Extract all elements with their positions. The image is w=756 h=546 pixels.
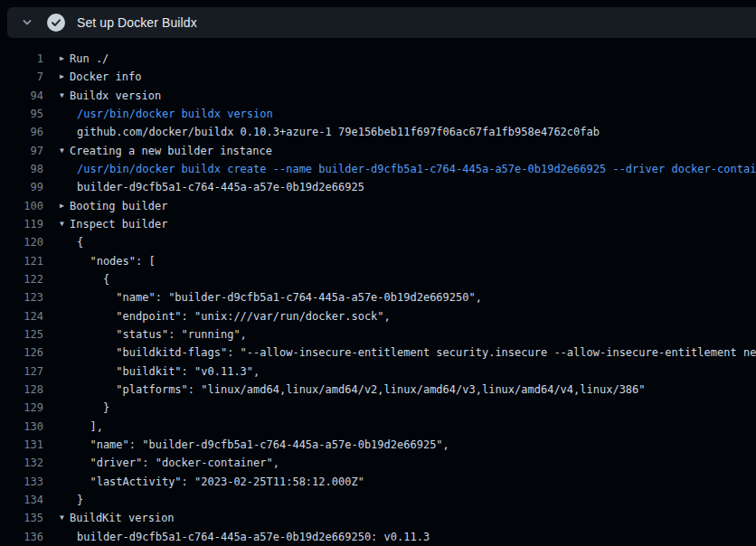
triangle-down-icon: ▼ (60, 92, 70, 99)
log-line: 134} (0, 491, 756, 509)
line-number[interactable]: 97 (0, 145, 43, 157)
group-title: Docker info (70, 71, 141, 83)
log-line: 130 ], (0, 418, 756, 436)
triangle-down-icon: ▼ (60, 147, 70, 155)
output-text: ], (77, 420, 103, 433)
line-number[interactable]: 7 (0, 71, 43, 83)
log-line: 132 "driver": "docker-container", (0, 454, 756, 472)
log-line: 98/usr/bin/docker buildx create --name b… (0, 160, 756, 178)
log-group-header[interactable]: 119▼Inspect builder (0, 215, 756, 233)
output-text: } (77, 494, 83, 506)
line-number[interactable]: 96 (0, 126, 43, 138)
output-text: builder-d9cfb5a1-c764-445a-a57e-0b19d2e6… (77, 181, 364, 193)
group-title: BuildKit version (70, 512, 175, 524)
output-text: "endpoint": "unix:///var/run/docker.sock… (77, 310, 391, 323)
log-group-header[interactable]: 100▶Booting builder (0, 197, 756, 215)
line-number[interactable]: 94 (0, 89, 43, 102)
log-line: 121 "nodes": [ (0, 252, 756, 270)
output-text: "platforms": "linux/amd64,linux/amd64/v2… (77, 383, 646, 396)
line-number[interactable]: 131 (0, 438, 43, 451)
output-text: builder-d9cfb5a1-c764-445a-a57e-0b19d2e6… (77, 531, 430, 543)
line-number[interactable]: 125 (0, 328, 43, 341)
line-number[interactable]: 122 (0, 273, 43, 286)
log-container: 1▶Run ./7▶Docker info94▼Buildx version95… (0, 38, 756, 546)
output-text: "name": "builder-d9cfb5a1-c764-445a-a57e… (77, 291, 482, 304)
output-text: "buildkit": "v0.11.3", (77, 365, 260, 378)
line-number[interactable]: 120 (0, 236, 43, 249)
output-text: "buildkitd-flags": "--allow-insecure-ent… (77, 346, 756, 359)
log-line: 120{ (0, 233, 756, 251)
log-line: 122 { (0, 270, 756, 288)
line-number[interactable]: 133 (0, 475, 43, 488)
line-number[interactable]: 98 (0, 163, 43, 175)
triangle-right-icon: ▶ (60, 55, 70, 62)
line-number[interactable]: 124 (0, 310, 43, 323)
log-group-header[interactable]: 1▶Run ./ (0, 50, 756, 68)
line-number[interactable]: 135 (0, 512, 43, 524)
triangle-down-icon: ▼ (60, 221, 70, 228)
line-number[interactable]: 121 (0, 255, 43, 268)
chevron-down-icon[interactable] (21, 16, 33, 29)
output-text: { (77, 236, 83, 249)
output-text: "driver": "docker-container", (77, 457, 279, 469)
output-text: "lastActivity": "2023-02-25T11:58:12.000… (77, 475, 364, 488)
line-number[interactable]: 136 (0, 531, 43, 543)
log-line: 99builder-d9cfb5a1-c764-445a-a57e-0b19d2… (0, 178, 756, 196)
group-title: Creating a new builder instance (70, 145, 272, 157)
output-text: "nodes": [ (77, 255, 156, 268)
log-line: 126 "buildkitd-flags": "--allow-insecure… (0, 344, 756, 362)
output-text: } (77, 401, 109, 414)
log-line: 95/usr/bin/docker buildx version (0, 105, 756, 123)
triangle-right-icon: ▶ (60, 73, 70, 80)
log-line: 136builder-d9cfb5a1-c764-445a-a57e-0b19d… (0, 528, 756, 546)
log-line: 128 "platforms": "linux/amd64,linux/amd6… (0, 381, 756, 399)
triangle-right-icon: ▶ (60, 202, 70, 210)
group-title: Inspect builder (70, 218, 167, 231)
step-header[interactable]: Set up Docker Buildx (7, 7, 756, 38)
command-text: /usr/bin/docker buildx version (77, 108, 273, 120)
output-text: "name": "builder-d9cfb5a1-c764-445a-a57e… (77, 438, 449, 451)
line-number[interactable]: 128 (0, 383, 43, 396)
line-number[interactable]: 127 (0, 365, 43, 378)
log-line: 123 "name": "builder-d9cfb5a1-c764-445a-… (0, 288, 756, 306)
check-circle-icon (47, 14, 65, 32)
group-title: Booting builder (70, 200, 167, 212)
log-line: 131 "name": "builder-d9cfb5a1-c764-445a-… (0, 436, 756, 454)
log-group-header[interactable]: 135▼BuildKit version (0, 509, 756, 527)
log-group-header[interactable]: 97▼Creating a new builder instance (0, 142, 756, 160)
line-number[interactable]: 119 (0, 218, 43, 231)
line-number[interactable]: 99 (0, 181, 43, 193)
line-number[interactable]: 132 (0, 457, 43, 469)
line-number[interactable]: 1 (0, 52, 43, 65)
log-line: 124 "endpoint": "unix:///var/run/docker.… (0, 307, 756, 325)
line-number[interactable]: 95 (0, 108, 43, 120)
line-number[interactable]: 123 (0, 291, 43, 304)
log-group-header[interactable]: 94▼Buildx version (0, 87, 756, 105)
output-text: "status": "running", (77, 328, 247, 341)
log-line: 96github.com/docker/buildx 0.10.3+azure-… (0, 123, 756, 141)
log-group-header[interactable]: 7▶Docker info (0, 68, 756, 86)
line-number[interactable]: 100 (0, 200, 43, 212)
line-number[interactable]: 134 (0, 494, 43, 506)
output-text: github.com/docker/buildx 0.10.3+azure-1 … (77, 126, 600, 138)
triangle-down-icon: ▼ (60, 514, 70, 522)
output-text: { (77, 273, 109, 286)
line-number[interactable]: 129 (0, 401, 43, 414)
group-title: Buildx version (70, 89, 161, 102)
line-number[interactable]: 126 (0, 346, 43, 359)
step-title: Set up Docker Buildx (77, 15, 197, 30)
log-line: 125 "status": "running", (0, 325, 756, 344)
line-number[interactable]: 130 (0, 420, 43, 433)
group-title: Run ./ (70, 52, 109, 65)
log-lines: 1▶Run ./7▶Docker info94▼Buildx version95… (0, 50, 756, 546)
log-line: 127 "buildkit": "v0.11.3", (0, 362, 756, 381)
log-line: 129 } (0, 399, 756, 417)
command-text: /usr/bin/docker buildx create --name bui… (77, 163, 756, 175)
log-line: 133 "lastActivity": "2023-02-25T11:58:12… (0, 473, 756, 491)
